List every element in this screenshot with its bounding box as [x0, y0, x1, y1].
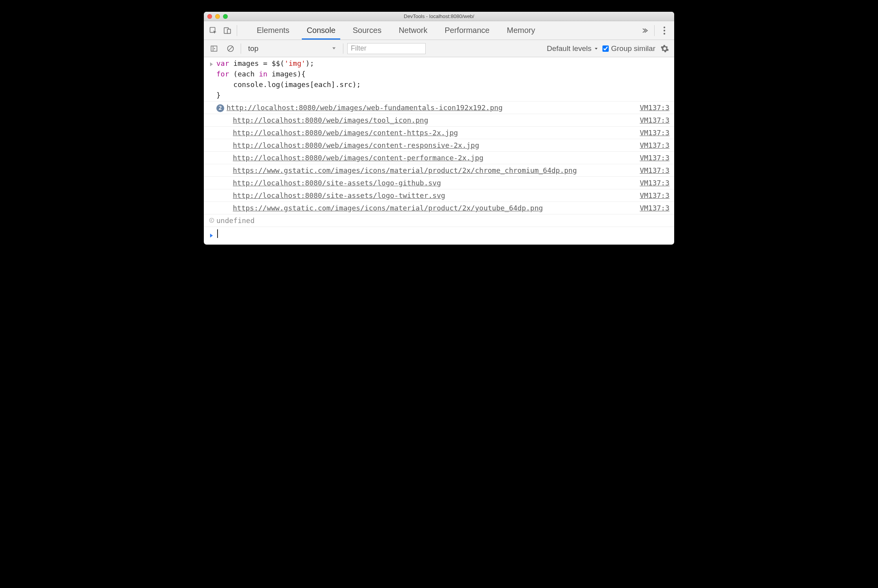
- log-content: http://localhost:8080/web/images/content…: [216, 127, 635, 138]
- svg-point-8: [210, 218, 214, 223]
- log-url-link[interactable]: http://localhost:8080/web/images/content…: [233, 141, 479, 149]
- inspect-element-icon[interactable]: [207, 25, 220, 36]
- log-content: http://localhost:8080/web/images/content…: [216, 140, 635, 151]
- console-log-row: https://www.gstatic.com/images/icons/mat…: [204, 202, 674, 214]
- device-toolbar-icon[interactable]: [221, 25, 234, 36]
- log-url-link[interactable]: http://localhost:8080/web/images/web-fun…: [227, 103, 502, 112]
- log-gutter: [207, 190, 216, 201]
- return-value: undefined: [216, 216, 255, 225]
- devtools-menu-icon[interactable]: [658, 26, 671, 35]
- devtools-window: DevTools - localhost:8080/web/ ElementsC…: [204, 12, 674, 245]
- context-label: top: [248, 44, 258, 53]
- toggle-sidebar-icon[interactable]: [208, 43, 220, 54]
- divider: [343, 44, 343, 54]
- input-code: var images = $$('img'); for (each in ima…: [216, 58, 669, 100]
- repeat-count-badge: 2: [216, 104, 224, 112]
- console-log-row: http://localhost:8080/web/images/content…: [204, 152, 674, 164]
- log-content: http://localhost:8080/web/images/content…: [216, 152, 635, 163]
- svg-rect-2: [227, 29, 230, 33]
- console-return-row: undefined: [204, 214, 674, 227]
- log-source-link[interactable]: VM137:3: [640, 127, 669, 138]
- log-source-link[interactable]: VM137:3: [640, 165, 669, 176]
- log-url-link[interactable]: http://localhost:8080/web/images/tool_ic…: [233, 116, 428, 124]
- log-source-link[interactable]: VM137:3: [640, 178, 669, 188]
- log-gutter: [207, 115, 216, 125]
- console-toolbar: top Default levels Group similar: [204, 40, 674, 57]
- log-url-link[interactable]: https://www.gstatic.com/images/icons/mat…: [233, 204, 543, 212]
- levels-label: Default levels: [547, 44, 591, 53]
- log-source-link[interactable]: VM137:3: [640, 203, 669, 213]
- log-content: https://www.gstatic.com/images/icons/mat…: [216, 165, 635, 176]
- console-log-row: http://localhost:8080/web/images/content…: [204, 139, 674, 152]
- more-tabs-icon[interactable]: [638, 27, 651, 34]
- console-log-row: http://localhost:8080/web/images/tool_ic…: [204, 114, 674, 127]
- chevron-down-icon: [594, 46, 599, 51]
- console-log-row: http://localhost:8080/web/images/content…: [204, 127, 674, 139]
- log-gutter: [207, 140, 216, 151]
- context-selector[interactable]: top: [245, 43, 339, 54]
- console-log-row: http://localhost:8080/site-assets/logo-t…: [204, 189, 674, 202]
- log-gutter: [207, 165, 216, 176]
- divider: [237, 25, 237, 36]
- window-title: DevTools - localhost:8080/web/: [204, 13, 674, 19]
- log-levels-selector[interactable]: Default levels: [547, 44, 599, 53]
- divider: [241, 44, 241, 54]
- group-similar-label: Group similar: [611, 44, 655, 53]
- svg-point-5: [664, 33, 665, 34]
- log-source-link[interactable]: VM137:3: [640, 115, 669, 125]
- group-similar-checkbox[interactable]: [602, 45, 609, 52]
- console-settings-icon[interactable]: [659, 43, 670, 54]
- return-arrow-icon: [207, 215, 216, 226]
- text-cursor: [217, 229, 218, 238]
- svg-point-4: [664, 29, 665, 31]
- close-window-button[interactable]: [207, 14, 212, 19]
- log-gutter: [207, 178, 216, 188]
- zoom-window-button[interactable]: [223, 14, 228, 19]
- minimize-window-button[interactable]: [215, 14, 220, 19]
- console-log-row: http://localhost:8080/site-assets/logo-g…: [204, 177, 674, 189]
- log-url-link[interactable]: https://www.gstatic.com/images/icons/mat…: [233, 166, 577, 174]
- log-content: http://localhost:8080/web/images/tool_ic…: [216, 115, 635, 125]
- log-gutter: [207, 102, 216, 113]
- console-input[interactable]: [216, 229, 671, 241]
- log-content: 2http://localhost:8080/web/images/web-fu…: [216, 102, 635, 113]
- log-url-link[interactable]: http://localhost:8080/site-assets/logo-g…: [233, 179, 441, 187]
- log-source-link[interactable]: VM137:3: [640, 152, 669, 163]
- log-content: http://localhost:8080/site-assets/logo-g…: [216, 178, 635, 188]
- devtools-tabbar: ElementsConsoleSourcesNetworkPerformance…: [204, 21, 674, 40]
- tabs-container: ElementsConsoleSourcesNetworkPerformance…: [248, 21, 544, 40]
- svg-point-3: [664, 26, 665, 28]
- log-source-link[interactable]: VM137:3: [640, 140, 669, 151]
- log-content: https://www.gstatic.com/images/icons/mat…: [216, 203, 635, 213]
- tab-console[interactable]: Console: [298, 21, 344, 40]
- group-similar-toggle[interactable]: Group similar: [602, 44, 655, 53]
- chevron-down-icon: [331, 44, 337, 53]
- input-prompt-icon: [207, 58, 216, 100]
- console-log-row: https://www.gstatic.com/images/icons/mat…: [204, 164, 674, 177]
- log-url-link[interactable]: http://localhost:8080/web/images/content…: [233, 154, 483, 162]
- tab-memory[interactable]: Memory: [498, 21, 544, 40]
- log-gutter: [207, 203, 216, 213]
- divider: [654, 25, 655, 36]
- log-source-link[interactable]: VM137:3: [640, 102, 669, 113]
- log-source-link[interactable]: VM137:3: [640, 190, 669, 201]
- tab-elements[interactable]: Elements: [248, 21, 298, 40]
- console-log-row: 2http://localhost:8080/web/images/web-fu…: [204, 102, 674, 114]
- tab-performance[interactable]: Performance: [436, 21, 499, 40]
- log-url-link[interactable]: http://localhost:8080/site-assets/logo-t…: [233, 191, 445, 200]
- clear-console-icon[interactable]: [224, 43, 237, 54]
- window-controls: [207, 14, 228, 19]
- console-prompt-row[interactable]: [204, 227, 674, 245]
- tab-network[interactable]: Network: [390, 21, 436, 40]
- prompt-icon: [207, 229, 216, 241]
- log-gutter: [207, 127, 216, 138]
- log-gutter: [207, 152, 216, 163]
- console-body: var images = $$('img'); for (each in ima…: [204, 57, 674, 245]
- window-titlebar: DevTools - localhost:8080/web/: [204, 12, 674, 21]
- tab-sources[interactable]: Sources: [344, 21, 390, 40]
- console-input-row: var images = $$('img'); for (each in ima…: [204, 57, 674, 102]
- log-url-link[interactable]: http://localhost:8080/web/images/content…: [233, 129, 458, 137]
- log-content: http://localhost:8080/site-assets/logo-t…: [216, 190, 635, 201]
- filter-input[interactable]: [347, 43, 426, 54]
